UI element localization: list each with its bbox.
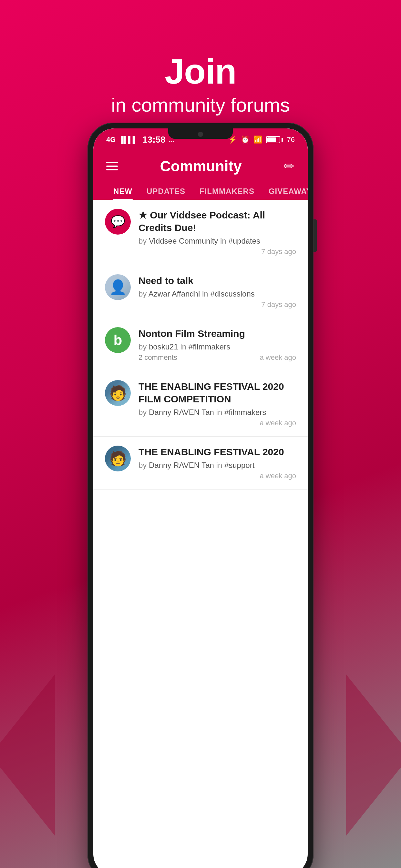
avatar: 🧑 — [105, 380, 131, 406]
feed-content: Nonton Film Streaming by bosku21 in #fil… — [139, 327, 296, 362]
battery-body — [266, 136, 280, 143]
tab-updates[interactable]: UPDATES — [140, 183, 193, 200]
status-right: ⚡ ⏰ 📶 76 — [228, 135, 295, 144]
tabs-container: NEW UPDATES FILMMAKERS GIVEAWAYS — [106, 183, 295, 200]
feed-footer: a week ago — [139, 419, 296, 427]
compose-icon[interactable]: ✏ — [284, 159, 295, 174]
feed-content: THE ENABLING FESTIVAL 2020 FILM COMPETIT… — [139, 380, 296, 427]
phone-outer: 4G ▐▌▌▌ 13:58 ... ⚡ ⏰ 📶 76 — [87, 123, 314, 868]
feed-title: THE ENABLING FESTIVAL 2020 — [139, 445, 296, 458]
feed-title: Need to talk — [139, 274, 296, 287]
feed-title: ★ Our Viddsee Podcast: All Credits Due! — [139, 209, 296, 234]
avatar: 🧑 — [105, 445, 131, 471]
feed-footer: 7 days ago — [139, 301, 296, 309]
alarm-icon: ⏰ — [241, 135, 250, 144]
tab-filmmakers[interactable]: FILMMAKERS — [193, 183, 261, 200]
feed-meta: by Danny RAVEN Tan in #filmmakers — [139, 408, 296, 417]
hero-title: Join — [0, 52, 401, 91]
side-btn-right — [314, 219, 317, 252]
list-item[interactable]: 🧑 THE ENABLING FESTIVAL 2020 FILM COMPET… — [93, 371, 308, 437]
app-title: Community — [160, 157, 242, 175]
feed-footer: a week ago — [139, 472, 296, 480]
phone-camera — [198, 132, 203, 137]
feed-content: ★ Our Viddsee Podcast: All Credits Due! … — [139, 209, 296, 256]
bg-shape-left — [0, 674, 55, 836]
feed-content: Need to talk by Azwar Affandhi in #discu… — [139, 274, 296, 309]
bg-shape-right — [346, 674, 401, 836]
feed-time: 7 days ago — [261, 247, 296, 256]
battery-level: 76 — [287, 135, 295, 144]
feed-meta: by bosku21 in #filmmakers — [139, 342, 296, 351]
wifi-icon: 📶 — [254, 135, 262, 144]
status-left: 4G ▐▌▌▌ 13:58 ... — [106, 134, 175, 145]
phone-inner: 4G ▐▌▌▌ 13:58 ... ⚡ ⏰ 📶 76 — [93, 128, 308, 868]
app-header-row: Community ✏ — [106, 157, 295, 183]
list-item[interactable]: 🧑 THE ENABLING FESTIVAL 2020 by Danny RA… — [93, 437, 308, 490]
battery-container — [266, 136, 283, 143]
avatar: 💬 — [105, 209, 131, 235]
feed-title: THE ENABLING FESTIVAL 2020 FILM COMPETIT… — [139, 380, 296, 405]
hamburger-line-2 — [106, 165, 118, 167]
feed-time: a week ago — [260, 419, 296, 427]
feed-meta: by Danny RAVEN Tan in #support — [139, 461, 296, 470]
feed-time: a week ago — [260, 472, 296, 480]
tab-new[interactable]: NEW — [106, 183, 140, 200]
battery-fill — [267, 137, 276, 142]
hamburger-line-3 — [106, 169, 118, 170]
signal-bars: ▐▌▌▌ — [119, 136, 137, 144]
hamburger-line-1 — [106, 162, 118, 163]
signal-icon: 4G — [106, 135, 116, 144]
avatar: b — [105, 327, 131, 353]
feed-comments: 2 comments — [139, 353, 177, 362]
hero-subtitle: in community forums — [0, 94, 401, 116]
phone-wrapper: 4G ▐▌▌▌ 13:58 ... ⚡ ⏰ 📶 76 — [87, 123, 314, 868]
feed-footer: 2 comments a week ago — [139, 353, 296, 362]
feed-time: 7 days ago — [261, 301, 296, 309]
list-item[interactable]: 👤 Need to talk by Azwar Affandhi in #dis… — [93, 265, 308, 318]
app-header: Community ✏ NEW UPDATES FILMMAKERS GIVEA… — [93, 151, 308, 200]
feed-footer: 7 days ago — [139, 247, 296, 256]
phone-notch — [168, 128, 233, 139]
list-item[interactable]: b Nonton Film Streaming by bosku21 in #f… — [93, 318, 308, 371]
hero-section: Join in community forums — [0, 0, 401, 135]
feed-content: THE ENABLING FESTIVAL 2020 by Danny RAVE… — [139, 445, 296, 480]
feed-title: Nonton Film Streaming — [139, 327, 296, 340]
battery-tip — [282, 138, 283, 142]
tab-giveaways[interactable]: GIVEAWAYS — [261, 183, 308, 200]
status-time: 13:58 — [142, 134, 166, 145]
list-item[interactable]: 💬 ★ Our Viddsee Podcast: All Credits Due… — [93, 200, 308, 265]
feed-meta: by Azwar Affandhi in #discussions — [139, 289, 296, 299]
feed-time: a week ago — [260, 353, 296, 362]
hamburger-button[interactable] — [106, 162, 118, 170]
feed-area: 💬 ★ Our Viddsee Podcast: All Credits Due… — [93, 200, 308, 490]
feed-meta: by Viddsee Community in #updates — [139, 237, 296, 246]
avatar: 👤 — [105, 274, 131, 300]
